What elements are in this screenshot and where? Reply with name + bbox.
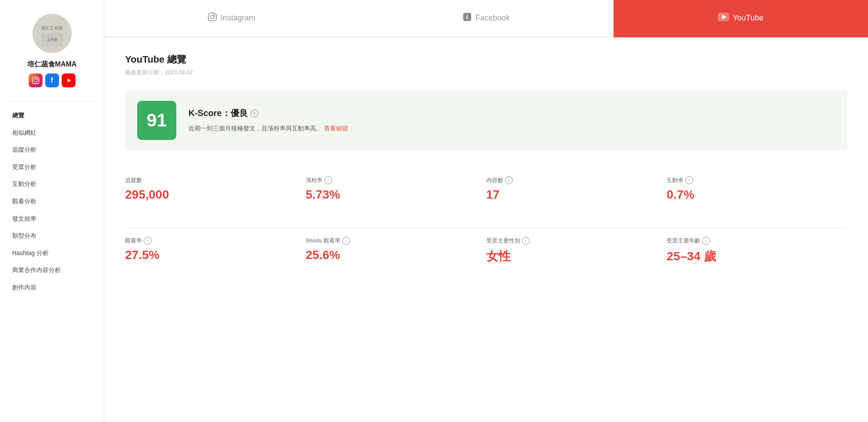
age-info-icon[interactable]: i	[702, 237, 710, 245]
stat-growth-label: 漲粉率 i	[306, 176, 486, 184]
main-content: Instagram f Facebook YouTube YouTube 總覽	[104, 0, 868, 422]
sidebar-item-views[interactable]: 觀看分析	[9, 193, 95, 210]
stat-followers-label: 追蹤數	[125, 176, 306, 184]
svg-point-5	[34, 79, 37, 82]
content-area: YouTube 總覽 最後更新日期：2023.08.02 91 K-Score：…	[104, 37, 868, 422]
stats-row-1: 追蹤數 295,000 漲粉率 i 5.73% 內容數 i 17	[125, 168, 847, 210]
stat-growth-value: 5.73%	[306, 188, 486, 202]
view-rate-info-icon[interactable]: i	[144, 237, 152, 245]
stat-age-value: 25–34 歲	[667, 248, 847, 265]
sidebar-item-frequency[interactable]: 發文頻率	[9, 210, 95, 228]
facebook-tab-icon: f	[462, 12, 472, 24]
tab-instagram[interactable]: Instagram	[104, 0, 359, 37]
sidebar-item-engagement[interactable]: 互動分析	[9, 176, 95, 193]
stat-engagement-label: 互動率 i	[667, 176, 847, 184]
kscore-title: K-Score：優良 i	[188, 107, 348, 119]
stat-engagement-rate: 互動率 i 0.7%	[667, 168, 847, 210]
sidebar-nav: 總覽 相似網紅 追蹤分析 受眾分析 互動分析 觀看分析 發文頻率 類型分布 Ha…	[9, 107, 95, 296]
shorts-info-icon[interactable]: i	[342, 237, 350, 245]
svg-point-6	[37, 78, 38, 79]
stat-view-rate-value: 27.5%	[125, 248, 306, 262]
sidebar-facebook-icon[interactable]: f	[45, 73, 59, 87]
stat-audience-age: 受眾主要年齡 i 25–34 歲	[667, 228, 847, 273]
svg-marker-8	[67, 79, 71, 83]
stat-shorts-view-rate: Shorts 觀看率 i 25.6%	[306, 228, 486, 273]
sidebar-youtube-icon[interactable]	[62, 73, 76, 87]
kscore-detail-link[interactable]: 查看細節	[324, 125, 348, 132]
tab-youtube-label: YouTube	[733, 13, 763, 23]
stat-gender-label: 受眾主要性別 i	[486, 237, 667, 245]
growth-info-icon[interactable]: i	[324, 176, 332, 184]
sidebar-item-similar[interactable]: 相似網紅	[9, 124, 95, 142]
svg-text:工作室: 工作室	[47, 38, 57, 42]
kscore-card: 91 K-Score：優良 i 近期一到三個月積極發文，且漲粉率與互動率高。 查…	[125, 90, 847, 150]
engagement-info-icon[interactable]: i	[685, 176, 693, 184]
stat-audience-gender: 受眾主要性別 i 女性	[486, 228, 667, 273]
avatar-container: 培仁工作室 工作室	[9, 14, 95, 53]
page-title: YouTube 總覽	[125, 53, 847, 66]
svg-rect-9	[208, 13, 216, 21]
stat-gender-value: 女性	[486, 248, 667, 265]
tab-youtube[interactable]: YouTube	[614, 0, 868, 37]
tab-facebook[interactable]: f Facebook	[359, 0, 613, 37]
stats-row-2: 觀看率 i 27.5% Shorts 觀看率 i 25.6% 受眾主要性別 i …	[125, 228, 847, 273]
sidebar-instagram-icon[interactable]	[29, 73, 43, 87]
content-info-icon[interactable]: i	[505, 176, 513, 184]
stat-content-count: 內容數 i 17	[486, 168, 667, 210]
kscore-value: 91	[147, 110, 167, 131]
sidebar: 培仁工作室 工作室 培仁蔬食MAMA f 總覽 相似網紅	[0, 0, 104, 422]
profile-name: 培仁蔬食MAMA	[9, 60, 95, 69]
kscore-badge: 91	[137, 101, 176, 140]
kscore-info-icon[interactable]: i	[251, 110, 258, 117]
youtube-tab-icon	[718, 13, 729, 23]
gender-info-icon[interactable]: i	[522, 237, 530, 245]
sidebar-item-type[interactable]: 類型分布	[9, 227, 95, 245]
stat-shorts-value: 25.6%	[306, 248, 486, 262]
stat-engagement-value: 0.7%	[667, 188, 847, 202]
stat-content-value: 17	[486, 188, 667, 202]
stat-shorts-label: Shorts 觀看率 i	[306, 237, 486, 245]
stat-view-rate: 觀看率 i 27.5%	[125, 228, 306, 273]
tab-instagram-label: Instagram	[221, 13, 255, 23]
kscore-desc: 近期一到三個月積極發文，且漲粉率與互動率高。 查看細節	[188, 123, 348, 133]
svg-point-11	[214, 14, 215, 16]
last-updated: 最後更新日期：2023.08.02	[125, 69, 847, 76]
kscore-info: K-Score：優良 i 近期一到三個月積極發文，且漲粉率與互動率高。 查看細節	[188, 107, 348, 133]
tab-facebook-label: Facebook	[475, 13, 510, 23]
svg-rect-4	[32, 77, 39, 84]
stat-view-rate-label: 觀看率 i	[125, 237, 306, 245]
sidebar-item-tracking[interactable]: 追蹤分析	[9, 141, 95, 159]
svg-text:f: f	[466, 14, 469, 20]
svg-text:培仁工作室: 培仁工作室	[41, 26, 63, 30]
sidebar-item-content[interactable]: 創作內容	[9, 279, 95, 296]
sidebar-item-audience[interactable]: 受眾分析	[9, 159, 95, 176]
avatar: 培仁工作室 工作室	[33, 14, 72, 53]
stat-content-label: 內容數 i	[486, 176, 667, 184]
sidebar-item-hashtag[interactable]: Hashtag 分析	[9, 245, 95, 262]
instagram-tab-icon	[208, 12, 217, 24]
stat-followers: 追蹤數 295,000	[125, 168, 306, 210]
sidebar-item-collab[interactable]: 商業合作內容分析	[9, 262, 95, 279]
tab-bar: Instagram f Facebook YouTube	[104, 0, 868, 37]
social-icons-group: f	[9, 73, 95, 87]
sidebar-item-overview[interactable]: 總覽	[9, 107, 95, 124]
stat-age-label: 受眾主要年齡 i	[667, 237, 847, 245]
nav-divider	[9, 101, 95, 102]
svg-point-10	[211, 15, 215, 19]
stat-growth-rate: 漲粉率 i 5.73%	[306, 168, 486, 210]
stat-followers-value: 295,000	[125, 188, 306, 202]
